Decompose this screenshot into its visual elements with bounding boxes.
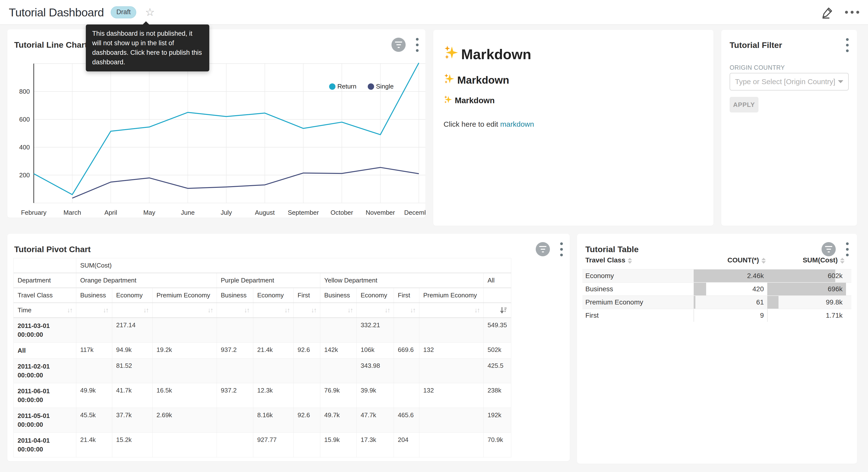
- line-chart[interactable]: 200400600800FebruaryMarchAprilMayJuneJul…: [7, 29, 426, 218]
- sort-icon[interactable]: ↓↑: [143, 306, 148, 314]
- filter-indicator-icon[interactable]: [536, 242, 550, 256]
- pivot-chart-title: Tutorial Pivot Chart: [14, 244, 91, 254]
- filter-panel-title: Tutorial Filter: [730, 40, 782, 50]
- pivot-department-header: Orange Department: [76, 273, 217, 288]
- table-cell-sum: 696k: [767, 283, 846, 295]
- sort-icon[interactable]: ↓↑: [284, 306, 289, 314]
- table-header-row: Travel Class COUNT(*) SUM(Cost): [582, 256, 851, 269]
- col-header-count[interactable]: COUNT(*): [694, 256, 767, 264]
- pivot-cell: [419, 408, 484, 433]
- markdown-h1: Markdown: [443, 45, 703, 63]
- sort-icon[interactable]: ↓↑: [103, 306, 108, 314]
- svg-text:August: August: [255, 209, 275, 216]
- favorite-star-icon[interactable]: ☆: [145, 7, 155, 18]
- pivot-cell: 2.69k: [153, 408, 217, 433]
- pivot-cell: 45.5k: [76, 408, 112, 433]
- pivot-row-header: 2011-06-0100:00:00: [14, 383, 76, 408]
- pivot-cell: 70.9k: [484, 433, 511, 457]
- pivot-cell: [217, 358, 253, 383]
- sort-icon[interactable]: ↓↑: [410, 306, 415, 314]
- table-row: Premium Economy 61 99.8k: [582, 295, 851, 308]
- pivot-cell: 549.35: [484, 318, 511, 343]
- chart-menu-button[interactable]: [560, 242, 563, 256]
- pivot-cell: [293, 358, 320, 383]
- sparkles-icon: [443, 73, 455, 87]
- sort-icon[interactable]: ↓↑: [474, 306, 479, 314]
- pivot-class-header: Economy: [112, 288, 153, 303]
- pivot-sort-cell[interactable]: ↓↑: [217, 303, 253, 318]
- filter-indicator-icon[interactable]: [822, 242, 836, 256]
- sort-caret-icon[interactable]: [762, 258, 766, 264]
- markdown-edit-link[interactable]: markdown: [500, 120, 534, 128]
- pivot-cell: 21.4k: [253, 343, 293, 358]
- apply-button[interactable]: APPLY: [730, 97, 758, 113]
- sort-desc-active-icon[interactable]: [500, 306, 507, 314]
- sort-icon[interactable]: ↓↑: [208, 306, 213, 314]
- col-header-sum-cost[interactable]: SUM(Cost): [767, 256, 846, 264]
- draft-badge[interactable]: Draft: [111, 6, 136, 18]
- pivot-cell: 502k: [484, 343, 511, 358]
- pivot-class-header: Economy: [357, 288, 394, 303]
- pivot-cell: 19.2k: [153, 343, 217, 358]
- pivot-class-header: First: [394, 288, 419, 303]
- pivot-cell: 937.2: [217, 343, 253, 358]
- pivot-time-header[interactable]: Time↓↑: [14, 303, 76, 318]
- svg-text:September: September: [288, 209, 319, 216]
- pivot-cell: 465.6: [394, 408, 419, 433]
- svg-text:600: 600: [19, 116, 30, 123]
- pivot-sort-cell[interactable]: ↓↑: [293, 303, 320, 318]
- pivot-sort-cell[interactable]: ↓↑: [253, 303, 293, 318]
- pivot-sort-cell[interactable]: ↓↑: [320, 303, 357, 318]
- pivot-cell: 204: [394, 433, 419, 457]
- pivot-row-header: 2011-02-0100:00:00: [14, 358, 76, 383]
- pivot-class-header: Economy: [253, 288, 293, 303]
- data-table: Travel Class COUNT(*) SUM(Cost) Economy …: [582, 256, 851, 322]
- pivot-sort-cell[interactable]: ↓↑: [394, 303, 419, 318]
- pivot-cell: 15.9k: [320, 433, 357, 457]
- pivot-sort-cell[interactable]: ↓↑: [76, 303, 112, 318]
- col-header-travel-class[interactable]: Travel Class: [582, 256, 694, 264]
- chart-menu-button[interactable]: [846, 242, 849, 256]
- pivot-cell: 332.21: [357, 318, 394, 343]
- sort-icon[interactable]: ↓↑: [347, 306, 352, 314]
- pivot-cell: 117k: [76, 343, 112, 358]
- pivot-cell: 132: [419, 343, 484, 358]
- sort-icon[interactable]: ↓↑: [311, 306, 316, 314]
- pivot-cell: [419, 318, 484, 343]
- pivot-cell: [153, 433, 217, 457]
- pivot-sort-cell[interactable]: ↓↑: [112, 303, 153, 318]
- dashboard-page: Tutorial Dashboard Draft ☆ This dashboar…: [0, 0, 868, 472]
- chevron-down-icon: [838, 80, 843, 83]
- sum-bar: [767, 309, 768, 322]
- sort-icon[interactable]: ↓↑: [244, 306, 249, 314]
- pivot-cell: 15.2k: [112, 433, 153, 457]
- pivot-row-header: 2011-05-0100:00:00: [14, 408, 76, 433]
- pivot-metric-label: SUM(Cost): [76, 258, 511, 273]
- sparkles-icon: [443, 45, 459, 63]
- markdown-h3: Markdown: [443, 95, 703, 106]
- sort-caret-icon[interactable]: [628, 258, 632, 264]
- markdown-paragraph: Click here to edit markdown: [443, 120, 703, 128]
- pivot-row: 2011-04-0100:00:0021.4k15.2k927.7715.9k1…: [14, 433, 511, 457]
- pivot-row: All117k94.9k19.2k937.221.4k92.6142k106k6…: [14, 343, 511, 358]
- sum-bar: [767, 296, 778, 308]
- pivot-cell: [419, 433, 484, 457]
- pivot-row-header: 2011-03-0100:00:00: [14, 318, 76, 343]
- pivot-sort-cell[interactable]: ↓↑: [357, 303, 394, 318]
- pivot-sort-cell-all[interactable]: [484, 303, 511, 318]
- sort-icon[interactable]: ↓↑: [67, 306, 72, 314]
- pivot-cell: 21.4k: [76, 433, 112, 457]
- pivot-sort-cell[interactable]: ↓↑: [419, 303, 484, 318]
- pivot-row-header: All: [14, 343, 76, 358]
- pivot-sort-cell[interactable]: ↓↑: [153, 303, 217, 318]
- sort-icon[interactable]: ↓↑: [384, 306, 390, 314]
- svg-text:October: October: [331, 209, 353, 216]
- edit-dashboard-button[interactable]: [821, 6, 834, 19]
- sort-caret-icon[interactable]: [840, 258, 844, 264]
- table-cell-sum: 1.71k: [767, 309, 846, 322]
- more-actions-button[interactable]: [845, 11, 859, 14]
- app-header: Tutorial Dashboard Draft ☆: [0, 0, 868, 25]
- origin-country-select[interactable]: Type or Select [Origin Country]: [730, 73, 849, 90]
- filter-menu-button[interactable]: [846, 38, 849, 52]
- table-cell-count: 9: [694, 309, 767, 322]
